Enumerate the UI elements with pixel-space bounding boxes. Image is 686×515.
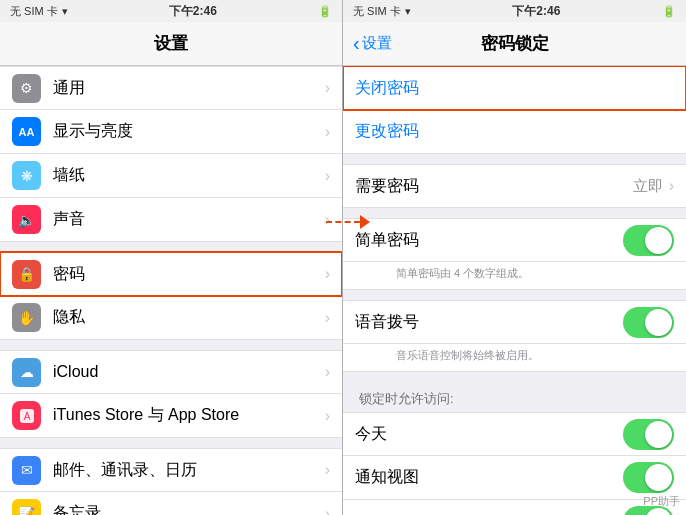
simple-passcode-label: 简单密码 [355,230,623,251]
row-change-passcode[interactable]: 更改密码 [343,110,686,154]
toggle-knob [645,227,672,254]
row-voice-dial[interactable]: 语音拨号 [343,300,686,344]
time-left: 下午2:46 [169,3,217,20]
turn-off-label: 关闭密码 [355,78,674,99]
display-label: 显示与亮度 [53,121,325,142]
section-1: ⚙ 通用 › AA 显示与亮度 › ❋ 墙纸 › 🔈 声音 › [0,66,342,242]
battery-right: 🔋 [662,5,676,18]
mail-label: 邮件、通讯录、日历 [53,460,325,481]
wifi-icon-right: ▾ [405,5,411,18]
battery-left: 🔋 [318,5,332,18]
right-phone: 无 SIM 卡 ▾ 下午2:46 🔋 ‹ 设置 密码锁定 关闭密码 [343,0,686,515]
passcode-section-5: 今天 通知视图 Passbook [343,412,686,515]
voice-dial-desc: 音乐语音控制将始终被启用。 [343,344,686,372]
phones-container: 无 SIM 卡 ▾ 下午2:46 🔋 设置 ⚙ 通用 › AA [0,0,686,515]
status-right-left: 🔋 [318,5,332,18]
lock-access-header: 锁定时允许访问: [343,382,686,412]
passbook-knob [645,508,672,515]
status-bar-left: 无 SIM 卡 ▾ 下午2:46 🔋 [0,0,342,22]
row-mail[interactable]: ✉ 邮件、通讯录、日历 › [0,448,342,492]
arrow-head [360,215,370,229]
today-toggle[interactable] [623,419,674,450]
itunes-svg: A [18,407,36,425]
gap-r1 [343,154,686,164]
passcode-label: 密码 [53,264,325,285]
itunes-label: iTunes Store 与 App Store [53,405,325,426]
notes-icon: 📝 [12,499,41,515]
general-label: 通用 [53,78,325,99]
passcode-icon: 🔒 [12,260,41,289]
row-privacy[interactable]: ✋ 隐私 › [0,296,342,340]
nav-back-right[interactable]: ‹ 设置 [353,32,392,55]
row-icloud[interactable]: ☁ iCloud › [0,350,342,394]
time-right: 下午2:46 [512,3,560,20]
notes-label: 备忘录 [53,503,325,515]
general-chevron: › [325,79,330,97]
row-today[interactable]: 今天 [343,412,686,456]
status-bar-right: 无 SIM 卡 ▾ 下午2:46 🔋 [343,0,686,22]
notification-knob [645,464,672,491]
passcode-section-4: 语音拨号 音乐语音控制将始终被启用。 [343,300,686,372]
row-simple-passcode[interactable]: 简单密码 [343,218,686,262]
require-passcode-value: 立即 [633,177,663,196]
wallpaper-icon: ❋ [12,161,41,190]
row-general[interactable]: ⚙ 通用 › [0,66,342,110]
settings-list-left[interactable]: ⚙ 通用 › AA 显示与亮度 › ❋ 墙纸 › 🔈 声音 › [0,66,342,515]
sound-label: 声音 [53,209,325,230]
dashed-line [326,221,360,223]
carrier-right: 无 SIM 卡 [353,4,401,19]
nav-title-left: 设置 [154,32,188,55]
general-icon: ⚙ [12,74,41,103]
section-2: 🔒 密码 › ✋ 隐私 › [0,252,342,340]
settings-list-right[interactable]: 关闭密码 更改密码 需要密码 立即 › 简单密码 [343,66,686,515]
itunes-chevron: › [325,407,330,425]
icloud-label: iCloud [53,363,325,381]
row-notes[interactable]: 📝 备忘录 › [0,492,342,515]
require-passcode-label: 需要密码 [355,176,633,197]
notification-view-label: 通知视图 [355,467,623,488]
gap-r2 [343,208,686,218]
gap-2 [0,340,342,350]
row-passbook[interactable]: Passbook [343,500,686,515]
gap-r4 [343,372,686,382]
row-passcode[interactable]: 🔒 密码 › [0,252,342,296]
section-4: ✉ 邮件、通讯录、日历 › 📝 备忘录 › [0,448,342,515]
row-notification-view[interactable]: 通知视图 [343,456,686,500]
today-label: 今天 [355,424,623,445]
sound-icon: 🔈 [12,205,41,234]
passcode-section-2: 需要密码 立即 › [343,164,686,208]
row-wallpaper[interactable]: ❋ 墙纸 › [0,154,342,198]
notification-toggle[interactable] [623,462,674,493]
row-itunes[interactable]: A iTunes Store 与 App Store › [0,394,342,438]
nav-title-right: 密码锁定 [481,32,549,55]
gap-1 [0,242,342,252]
icloud-chevron: › [325,363,330,381]
passcode-chevron: › [325,265,330,283]
row-display[interactable]: AA 显示与亮度 › [0,110,342,154]
wifi-icon-left: ▾ [62,5,68,18]
privacy-chevron: › [325,309,330,327]
watermark: PP助手 [643,494,680,509]
display-icon: AA [12,117,41,146]
nav-bar-left: 设置 [0,22,342,66]
simple-passcode-desc: 简单密码由 4 个数字组成。 [343,262,686,290]
svg-text:A: A [23,411,30,422]
gap-r3 [343,290,686,300]
voice-dial-toggle[interactable] [623,307,674,338]
itunes-icon: A [12,401,41,430]
simple-passcode-toggle[interactable] [623,225,674,256]
row-sound[interactable]: 🔈 声音 › [0,198,342,242]
arrow-overlay [326,215,370,229]
row-turn-off-passcode[interactable]: 关闭密码 [343,66,686,110]
section-3: ☁ iCloud › A iTunes Store 与 App Store › [0,350,342,438]
mail-icon: ✉ [12,456,41,485]
row-require-passcode[interactable]: 需要密码 立即 › [343,164,686,208]
left-phone: 无 SIM 卡 ▾ 下午2:46 🔋 设置 ⚙ 通用 › AA [0,0,343,515]
wallpaper-chevron: › [325,167,330,185]
back-chevron-icon: ‹ [353,32,360,55]
notes-chevron: › [325,505,330,516]
passcode-section-1: 关闭密码 更改密码 [343,66,686,154]
voice-dial-label: 语音拨号 [355,312,623,333]
icloud-icon: ☁ [12,358,41,387]
status-right-right: 🔋 [662,5,676,18]
